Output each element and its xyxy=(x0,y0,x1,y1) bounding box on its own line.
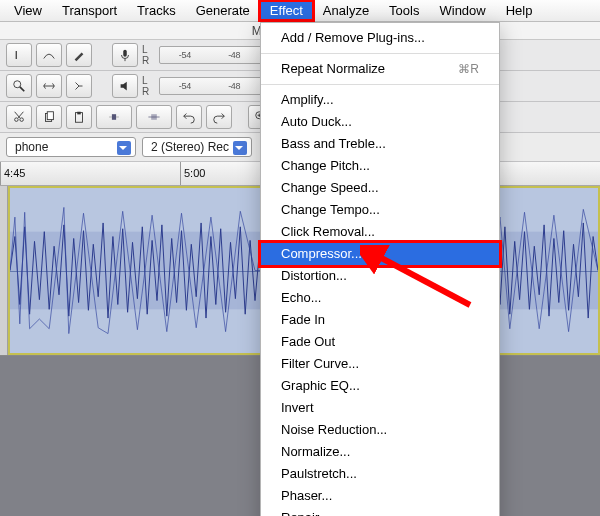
menu-item[interactable]: Noise Reduction... xyxy=(261,419,499,441)
menu-transport[interactable]: Transport xyxy=(52,1,127,20)
meter-tick: -48 xyxy=(228,81,240,91)
menu-view[interactable]: View xyxy=(4,1,52,20)
svg-point-5 xyxy=(15,118,19,122)
paste-icon[interactable] xyxy=(66,105,92,129)
menu-effect[interactable]: Effect xyxy=(260,1,313,20)
effect-dropdown: Add / Remove Plug-ins...Repeat Normalize… xyxy=(260,22,500,516)
menu-item[interactable]: Add / Remove Plug-ins... xyxy=(261,27,499,49)
mic-icon[interactable] xyxy=(112,43,138,67)
svg-line-4 xyxy=(20,87,24,91)
menu-generate[interactable]: Generate xyxy=(186,1,260,20)
menu-analyze[interactable]: Analyze xyxy=(313,1,379,20)
svg-text:I: I xyxy=(15,49,18,61)
menu-item[interactable]: Amplify... xyxy=(261,89,499,111)
menu-item[interactable]: Graphic EQ... xyxy=(261,375,499,397)
menu-item[interactable]: Fade Out xyxy=(261,331,499,353)
menu-item-compressor[interactable]: Compressor... xyxy=(261,243,499,265)
selection-tool-icon[interactable]: I xyxy=(6,43,32,67)
menu-separator xyxy=(261,84,499,85)
channels-select[interactable]: 2 (Stereo) Rec xyxy=(142,137,252,157)
menu-item[interactable]: Invert xyxy=(261,397,499,419)
svg-rect-8 xyxy=(47,112,53,120)
ruler-tick: 4:45 xyxy=(0,162,180,185)
menu-item[interactable]: Change Speed... xyxy=(261,177,499,199)
menu-item[interactable]: Change Pitch... xyxy=(261,155,499,177)
menu-item[interactable]: Normalize... xyxy=(261,441,499,463)
svg-rect-1 xyxy=(123,50,127,57)
menu-separator xyxy=(261,53,499,54)
envelope-tool-icon[interactable] xyxy=(36,43,62,67)
svg-point-6 xyxy=(20,118,24,122)
menu-item[interactable]: Repair xyxy=(261,507,499,516)
menu-item[interactable]: Auto Duck... xyxy=(261,111,499,133)
menu-item[interactable]: Distortion... xyxy=(261,265,499,287)
output-device-select[interactable]: phone xyxy=(6,137,136,157)
svg-rect-11 xyxy=(112,114,116,120)
menu-item[interactable]: Change Tempo... xyxy=(261,199,499,221)
menu-item[interactable]: Phaser... xyxy=(261,485,499,507)
menu-tracks[interactable]: Tracks xyxy=(127,1,186,20)
meter-tick: -54 xyxy=(179,81,191,91)
zoom-tool-icon[interactable] xyxy=(6,74,32,98)
menu-bar: View Transport Tracks Generate Effect An… xyxy=(0,0,600,22)
menu-item[interactable]: Click Removal... xyxy=(261,221,499,243)
timeshift-tool-icon[interactable] xyxy=(36,74,62,98)
copy-icon[interactable] xyxy=(36,105,62,129)
undo-icon[interactable] xyxy=(176,105,202,129)
multi-tool-icon[interactable] xyxy=(66,74,92,98)
track-panel[interactable] xyxy=(0,186,8,355)
menu-item[interactable]: Fade In xyxy=(261,309,499,331)
menu-tools[interactable]: Tools xyxy=(379,1,429,20)
speaker-icon[interactable] xyxy=(112,74,138,98)
menu-item[interactable]: Filter Curve... xyxy=(261,353,499,375)
menu-item[interactable]: Repeat Normalize⌘R xyxy=(261,58,499,80)
svg-rect-10 xyxy=(77,112,81,115)
menu-item[interactable]: Paulstretch... xyxy=(261,463,499,485)
meter-tick: -54 xyxy=(179,50,191,60)
menu-item[interactable]: Echo... xyxy=(261,287,499,309)
trim-icon[interactable] xyxy=(96,105,132,129)
menu-item[interactable]: Bass and Treble... xyxy=(261,133,499,155)
silence-icon[interactable] xyxy=(136,105,172,129)
menu-help[interactable]: Help xyxy=(496,1,543,20)
cut-icon[interactable] xyxy=(6,105,32,129)
draw-tool-icon[interactable] xyxy=(66,43,92,67)
redo-icon[interactable] xyxy=(206,105,232,129)
meter-tick: -48 xyxy=(228,50,240,60)
menu-window[interactable]: Window xyxy=(429,1,495,20)
svg-point-3 xyxy=(14,81,21,88)
